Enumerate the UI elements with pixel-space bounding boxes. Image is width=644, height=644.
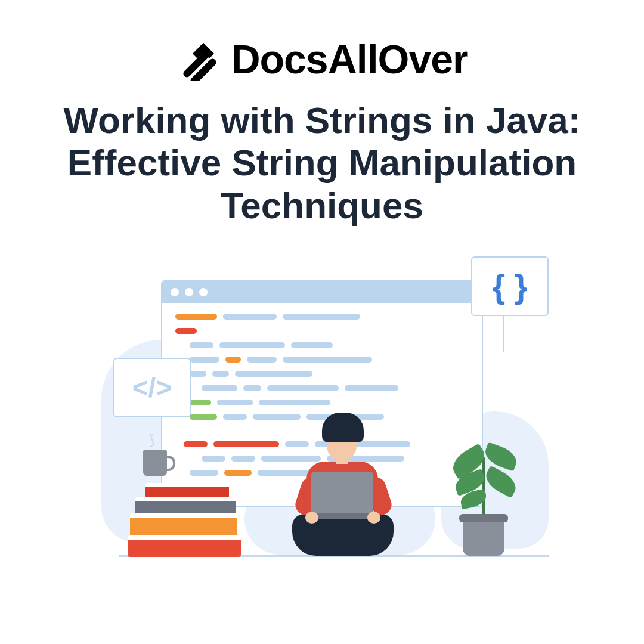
laptop-screen (311, 472, 373, 515)
book (145, 483, 229, 499)
brand-logo: DocsAllOver (176, 36, 467, 82)
book (128, 535, 241, 557)
person-hand (367, 512, 380, 524)
docsallover-logo-icon (176, 37, 220, 81)
window-titlebar (162, 281, 482, 303)
braces-symbol-box: { } (471, 256, 549, 316)
curly-braces-icon: { } (492, 267, 527, 305)
potted-plant (439, 425, 528, 556)
window-control-dot (171, 288, 179, 296)
steam-icon: ⟆ (149, 432, 154, 448)
brand-name: DocsAllOver (231, 36, 467, 82)
plant-stem (482, 457, 485, 516)
connector-line (503, 316, 504, 352)
code-angle-icon: </> (132, 371, 172, 404)
illustration: </> { } ⟆ (78, 256, 566, 578)
plant-pot (463, 514, 504, 556)
book (130, 513, 237, 537)
plant-leaf (482, 466, 520, 499)
person-hair (322, 413, 364, 442)
page-title: Working with Strings in Java: Effective … (54, 99, 590, 227)
page-container: DocsAllOver Working with Strings in Java… (0, 0, 644, 644)
window-control-dot (199, 288, 208, 296)
code-symbol-box: </> (113, 358, 191, 417)
person-hand (305, 512, 318, 524)
stacked-books (124, 483, 243, 556)
developer-person (280, 413, 400, 556)
coffee-mug-icon (143, 450, 167, 476)
plant-leaf (482, 442, 520, 471)
laptop-base (309, 513, 376, 519)
book (135, 497, 236, 514)
window-control-dot (185, 288, 193, 296)
